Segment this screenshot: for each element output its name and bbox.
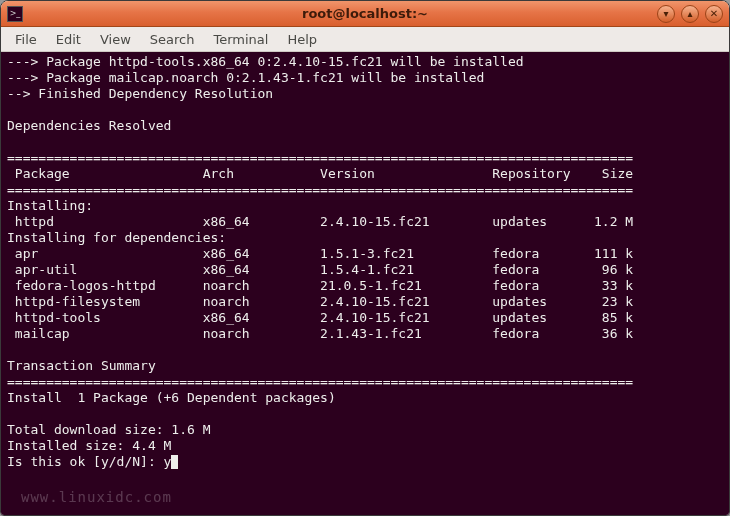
menu-view[interactable]: View	[92, 30, 139, 49]
terminal-window: >_ root@localhost:~ ▾ ▴ ✕ File Edit View…	[0, 0, 730, 516]
text-cursor	[171, 455, 178, 469]
menu-terminal[interactable]: Terminal	[205, 30, 276, 49]
close-button[interactable]: ✕	[705, 5, 723, 23]
titlebar[interactable]: >_ root@localhost:~ ▾ ▴ ✕	[1, 1, 729, 27]
menu-file[interactable]: File	[7, 30, 45, 49]
menu-edit[interactable]: Edit	[48, 30, 89, 49]
terminal-output[interactable]: ---> Package httpd-tools.x86_64 0:2.4.10…	[1, 52, 729, 515]
maximize-button[interactable]: ▴	[681, 5, 699, 23]
menubar: File Edit View Search Terminal Help	[1, 27, 729, 52]
menu-search[interactable]: Search	[142, 30, 203, 49]
watermark: www.linuxidc.com	[21, 489, 172, 505]
minimize-button[interactable]: ▾	[657, 5, 675, 23]
window-title: root@localhost:~	[1, 6, 729, 21]
window-buttons: ▾ ▴ ✕	[657, 5, 723, 23]
menu-help[interactable]: Help	[279, 30, 325, 49]
